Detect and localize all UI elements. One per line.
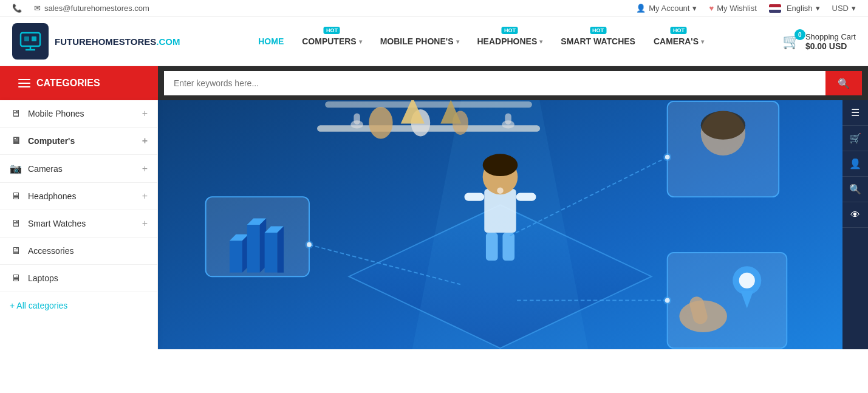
right-user-icon[interactable]: 👤 — [842, 151, 868, 177]
svg-rect-47 — [668, 253, 787, 348]
hot-badge-watches: HOT — [590, 27, 606, 34]
sidebar-item-accessories[interactable]: 🖥 Accessories — [0, 238, 157, 265]
nav-home[interactable]: HOME — [258, 30, 284, 52]
svg-rect-25 — [354, 114, 360, 125]
laptops-icon: 🖥 — [10, 273, 22, 284]
flag-icon — [769, 4, 781, 13]
hamburger-icon — [18, 79, 30, 87]
svg-rect-27 — [505, 114, 511, 125]
sidebar-item-computers[interactable]: 🖥 Computer's + — [0, 128, 157, 155]
main-content: 🖥 Mobile Phones + 🖥 Computer's + 📷 Camer… — [0, 100, 868, 349]
nav-arrow-headphones: ▾ — [539, 38, 542, 45]
smart-watches-plus: + — [142, 218, 148, 229]
svg-point-16 — [497, 187, 503, 193]
heart-icon — [709, 4, 714, 13]
nav-arrow-phones: ▾ — [456, 38, 459, 45]
my-wishlist-link[interactable]: My Wishlist — [709, 4, 756, 13]
cart-area[interactable]: 🛒 0 Shopping Cart $0.00 USD — [782, 32, 856, 51]
hot-badge-headphones: HOT — [502, 27, 518, 34]
svg-rect-4 — [32, 36, 36, 41]
top-bar-right: My Account ▾ My Wishlist English ▾ USD ▾ — [636, 4, 856, 13]
computers-plus: + — [142, 135, 148, 146]
cart-text-area: Shopping Cart $0.00 USD — [805, 32, 856, 51]
nav-smart-watches[interactable]: HOT SMART WATCHES — [561, 30, 635, 52]
svg-rect-0 — [21, 33, 40, 46]
svg-rect-15 — [502, 233, 514, 261]
svg-rect-14 — [486, 233, 498, 261]
logo-link[interactable]: FUTUREHOMESTORES.COM — [12, 23, 180, 60]
svg-rect-18 — [325, 101, 532, 108]
phone-info — [12, 4, 22, 13]
svg-rect-13 — [516, 193, 536, 201]
hot-badge-computers: HOT — [324, 27, 340, 34]
sidebar-item-mobile-phones[interactable]: 🖥 Mobile Phones + — [0, 100, 157, 128]
search-input[interactable] — [164, 71, 825, 95]
computers-icon: 🖥 — [10, 135, 22, 146]
cart-label: Shopping Cart — [805, 32, 856, 41]
headphones-icon: 🖥 — [10, 191, 22, 202]
svg-point-19 — [369, 107, 392, 138]
cart-amount: $0.00 USD — [805, 41, 856, 51]
svg-rect-9 — [484, 189, 516, 233]
cart-badge: 0 — [795, 29, 805, 40]
logo-text: FUTUREHOMESTORES.COM — [55, 36, 180, 47]
headphones-plus: + — [142, 191, 148, 202]
email-icon — [34, 4, 41, 13]
email-info: sales@futurehomestores.com — [34, 4, 149, 13]
hot-badge-cameras: HOT — [671, 27, 687, 34]
all-categories-link[interactable]: + All categories — [0, 292, 157, 319]
svg-rect-32 — [247, 225, 260, 273]
svg-marker-37 — [278, 227, 284, 273]
language-selector[interactable]: English ▾ — [769, 4, 820, 13]
svg-rect-29 — [230, 241, 242, 272]
sidebar-item-smart-watches[interactable]: 🖥 Smart Watches + — [0, 210, 157, 238]
svg-rect-3 — [24, 36, 29, 41]
email-address: sales@futurehomestores.com — [44, 4, 149, 13]
search-button[interactable]: 🔍 — [825, 71, 862, 95]
sidebar: 🖥 Mobile Phones + 🖥 Computer's + 📷 Camer… — [0, 100, 158, 349]
svg-point-43 — [701, 111, 745, 140]
cameras-icon: 📷 — [10, 163, 22, 174]
header: FUTUREHOMESTORES.COM HOME HOT COMPUTERS … — [0, 17, 868, 66]
search-area: 🔍 — [158, 66, 868, 100]
mobile-phones-icon: 🖥 — [10, 108, 22, 119]
right-eye-icon[interactable]: 👁 — [842, 202, 868, 228]
svg-point-40 — [307, 242, 312, 247]
categories-label: CATEGORIES — [36, 78, 100, 89]
mobile-phones-plus: + — [142, 108, 148, 119]
cart-icon-wrap: 🛒 0 — [782, 33, 801, 50]
nav-arrow-computers: ▾ — [359, 38, 362, 45]
nav-arrow-cameras: ▾ — [701, 38, 704, 45]
svg-point-51 — [739, 273, 755, 289]
main-nav: HOME HOT COMPUTERS ▾ MOBILE PHONE'S ▾ HO… — [258, 30, 704, 52]
nav-computers[interactable]: HOT COMPUTERS ▾ — [302, 30, 361, 52]
cameras-plus: + — [142, 163, 148, 174]
svg-rect-12 — [465, 193, 485, 201]
sidebar-item-laptops[interactable]: 🖥 Laptops — [0, 265, 157, 292]
nav-cameras[interactable]: HOT CAMERA'S ▾ — [654, 30, 704, 52]
phone-icon — [12, 4, 22, 13]
top-bar: sales@futurehomestores.com My Account ▾ … — [0, 0, 868, 17]
categories-button[interactable]: CATEGORIES — [0, 66, 158, 100]
smart-watches-icon: 🖥 — [10, 218, 22, 229]
accessories-icon: 🖥 — [10, 245, 22, 256]
nav-headphones[interactable]: HOT HEADPHONES ▾ — [477, 30, 543, 52]
right-sidebar: ☰ 🛒 👤 🔍 👁 — [842, 100, 868, 349]
user-icon — [636, 4, 646, 13]
sidebar-item-headphones[interactable]: 🖥 Headphones + — [0, 183, 157, 210]
nav-mobile-phones[interactable]: MOBILE PHONE'S ▾ — [380, 30, 459, 52]
logo-com: .COM — [156, 36, 180, 47]
right-menu-icon[interactable]: ☰ — [842, 100, 868, 126]
right-search-icon[interactable]: 🔍 — [842, 177, 868, 202]
svg-rect-35 — [265, 233, 278, 273]
my-account-link[interactable]: My Account ▾ — [636, 4, 697, 13]
svg-point-55 — [665, 298, 670, 303]
hero-area — [158, 100, 842, 349]
logo-icon — [12, 23, 49, 60]
top-bar-left: sales@futurehomestores.com — [12, 4, 149, 13]
svg-point-11 — [483, 154, 518, 176]
right-cart-icon[interactable]: 🛒 — [842, 126, 868, 151]
sidebar-item-cameras[interactable]: 📷 Cameras + — [0, 155, 157, 183]
svg-point-46 — [665, 155, 670, 160]
currency-selector[interactable]: USD ▾ — [832, 4, 856, 13]
